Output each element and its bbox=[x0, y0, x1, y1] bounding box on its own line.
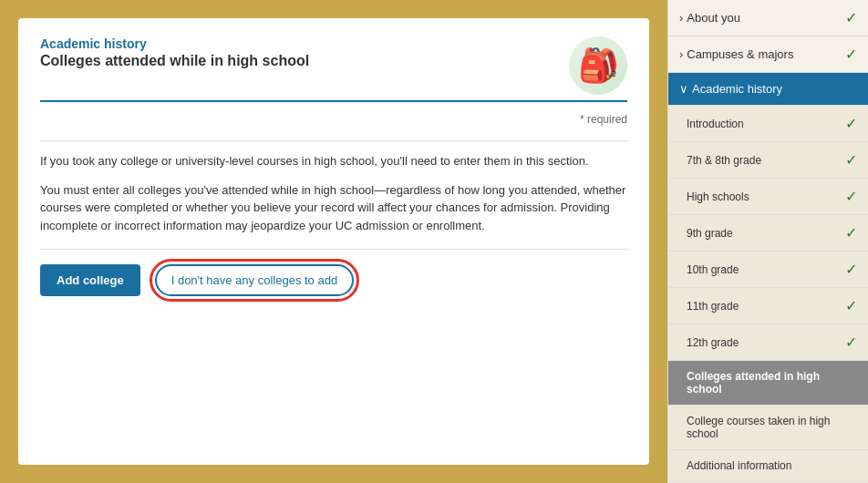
check-icon: ✓ bbox=[845, 188, 857, 205]
sidebar-subitem-college-courses[interactable]: College courses taken in high school bbox=[668, 406, 868, 450]
check-icon: ✓ bbox=[845, 297, 857, 314]
sidebar: › About you ✓ › Campuses & majors ✓ ∨ Ac… bbox=[667, 0, 868, 483]
description-1: If you took any college or university-le… bbox=[40, 152, 627, 170]
form-card: Academic history Colleges attended while… bbox=[18, 18, 649, 465]
sidebar-label: 10th grade bbox=[687, 263, 845, 276]
sidebar-subitem-7th-8th[interactable]: 7th & 8th grade ✓ bbox=[668, 142, 868, 179]
check-icon: ✓ bbox=[845, 9, 857, 26]
backpack-icon: 🎒 bbox=[569, 36, 627, 95]
sidebar-item-about-you[interactable]: › About you ✓ bbox=[668, 0, 868, 36]
check-icon: ✓ bbox=[845, 115, 857, 132]
chevron-down-icon: ∨ bbox=[679, 82, 688, 96]
sidebar-label: 9th grade bbox=[687, 227, 845, 240]
divider-bottom bbox=[40, 249, 627, 250]
divider-top bbox=[40, 140, 627, 141]
sidebar-label: 7th & 8th grade bbox=[687, 154, 845, 167]
sidebar-subitem-9th[interactable]: 9th grade ✓ bbox=[668, 215, 868, 252]
sidebar-subitem-additional-info[interactable]: Additional information bbox=[668, 450, 868, 482]
sidebar-subitem-10th[interactable]: 10th grade ✓ bbox=[668, 252, 868, 288]
chevron-icon: › bbox=[679, 11, 683, 25]
sidebar-item-campuses[interactable]: › Campuses & majors ✓ bbox=[668, 36, 868, 73]
sidebar-label: Academic history bbox=[692, 82, 857, 96]
card-header: Academic history Colleges attended while… bbox=[40, 36, 627, 102]
card-title-section: Academic history Colleges attended while… bbox=[40, 36, 309, 69]
check-icon: ✓ bbox=[845, 46, 857, 63]
page-title: Colleges attended while in high school bbox=[40, 53, 309, 69]
required-label: * required bbox=[40, 113, 627, 126]
sidebar-label: About you bbox=[687, 11, 845, 25]
sidebar-label: 11th grade bbox=[687, 300, 845, 313]
add-college-button[interactable]: Add college bbox=[40, 264, 140, 296]
check-icon: ✓ bbox=[845, 151, 857, 169]
chevron-icon: › bbox=[679, 47, 683, 61]
sidebar-label: High schools bbox=[687, 190, 845, 203]
sidebar-label: Introduction bbox=[687, 118, 845, 130]
sidebar-subitem-high-schools[interactable]: High schools ✓ bbox=[668, 179, 868, 215]
check-icon: ✓ bbox=[845, 224, 857, 242]
sidebar-label: Campuses & majors bbox=[687, 47, 845, 61]
no-colleges-button[interactable]: I don't have any colleges to add bbox=[155, 264, 354, 296]
section-label: Academic history bbox=[40, 36, 309, 51]
check-icon: ✓ bbox=[845, 261, 857, 278]
sidebar-subitem-12th[interactable]: 12th grade ✓ bbox=[668, 324, 868, 361]
sidebar-label: College courses taken in high school bbox=[687, 415, 857, 440]
sidebar-label: 12th grade bbox=[687, 336, 845, 349]
button-row: Add college I don't have any colleges to… bbox=[40, 264, 627, 296]
sidebar-subitem-11th[interactable]: 11th grade ✓ bbox=[668, 288, 868, 324]
check-icon: ✓ bbox=[845, 334, 857, 351]
sidebar-item-academic-history[interactable]: ∨ Academic history bbox=[668, 73, 868, 106]
sidebar-subitem-colleges-high-school[interactable]: Colleges attended in high school bbox=[668, 361, 868, 406]
sidebar-label: Additional information bbox=[687, 459, 857, 472]
sidebar-label: Colleges attended in high school bbox=[687, 370, 857, 396]
main-content: Academic history Colleges attended while… bbox=[0, 0, 667, 483]
sidebar-subitem-introduction[interactable]: Introduction ✓ bbox=[668, 106, 868, 142]
description-2: You must enter all colleges you've atten… bbox=[40, 181, 627, 235]
